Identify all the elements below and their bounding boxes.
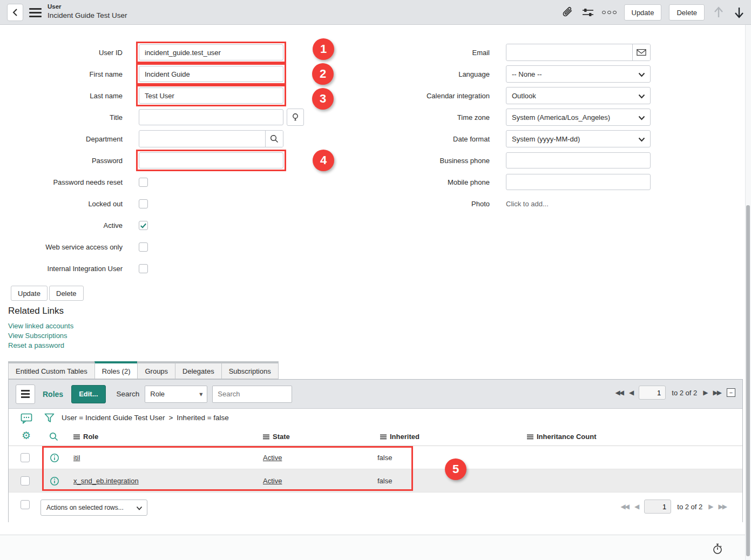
select-all-checkbox[interactable] — [21, 500, 30, 509]
state-link[interactable]: Active — [263, 454, 282, 462]
info-icon[interactable] — [50, 453, 59, 464]
form-update-button[interactable]: Update — [11, 286, 48, 301]
user-id-input[interactable] — [139, 44, 283, 60]
actions-on-selected-rows-select[interactable]: Actions on selected rows... — [40, 500, 147, 516]
password-needs-reset-row: Password needs reset — [0, 171, 364, 193]
column-label-inherited: Inherited — [390, 433, 420, 441]
previous-page-icon[interactable]: ◀ — [629, 389, 633, 396]
page-range-label: to 2 of 2 — [677, 503, 702, 511]
page-footer — [0, 535, 745, 560]
date-format-select[interactable]: System (yyyy-MM-dd) — [506, 130, 651, 147]
form-delete-button[interactable]: Delete — [49, 286, 84, 301]
collapse-list-icon[interactable]: − — [727, 388, 735, 397]
photo-label: Photo — [367, 200, 490, 208]
web-service-access-only-row: Web service access only — [0, 236, 364, 258]
page-number-input[interactable] — [639, 386, 666, 400]
suggestion-button[interactable] — [287, 109, 304, 126]
language-row: Language -- None -- — [367, 63, 732, 85]
last-name-input[interactable] — [139, 87, 283, 104]
password-needs-reset-checkbox[interactable] — [139, 178, 148, 187]
scrollbar-thumb[interactable] — [746, 205, 750, 556]
list-search-input[interactable] — [212, 386, 292, 403]
reset-a-password-link[interactable]: Reset a password — [8, 341, 73, 350]
list-paging-bottom: ◀◀ ◀ to 2 of 2 ▶ ▶▶ — [621, 500, 726, 514]
tab-roles[interactable]: Roles (2) — [94, 361, 138, 379]
web-service-access-only-checkbox[interactable] — [139, 242, 148, 252]
list-comments-icon[interactable] — [21, 413, 32, 424]
title-input[interactable] — [139, 109, 283, 125]
locked-out-checkbox[interactable] — [139, 199, 148, 208]
first-name-input[interactable] — [139, 66, 283, 82]
edit-roles-button[interactable]: Edit... — [71, 385, 105, 403]
tab-groups[interactable]: Groups — [137, 361, 175, 379]
header-update-button[interactable]: Update — [624, 4, 662, 21]
next-page-icon[interactable]: ▶ — [708, 503, 712, 510]
email-row: Email — [367, 42, 732, 63]
column-header-inherited[interactable]: Inherited — [380, 427, 420, 446]
actions-select-value: Actions on selected rows... — [46, 504, 124, 511]
locked-out-row: Locked out — [0, 193, 364, 214]
password-input[interactable] — [139, 152, 283, 168]
header-delete-button[interactable]: Delete — [669, 4, 705, 21]
send-email-button[interactable] — [632, 44, 650, 60]
search-field-select[interactable]: Role ▼ — [145, 386, 207, 403]
time-zone-select[interactable]: System (America/Los_Angeles) — [506, 109, 651, 126]
page-number-input[interactable] — [644, 500, 671, 514]
photo-add-link[interactable]: Click to add... — [506, 200, 549, 208]
column-header-role[interactable]: Role — [73, 427, 98, 446]
personalize-form-button[interactable] — [581, 6, 594, 18]
last-page-icon[interactable]: ▶▶ — [719, 503, 726, 510]
business-phone-input[interactable] — [506, 152, 651, 168]
tab-delegates[interactable]: Delegates — [175, 361, 222, 379]
row-select-checkbox[interactable] — [21, 453, 30, 462]
response-time-button[interactable] — [712, 543, 723, 556]
list-context-menu-button[interactable] — [16, 384, 35, 404]
view-linked-accounts-link[interactable]: View linked accounts — [8, 321, 73, 331]
calendar-integration-label: Calendar integration — [367, 92, 490, 100]
back-button[interactable] — [7, 4, 23, 21]
role-link[interactable]: x_snd_eb.integration — [73, 477, 139, 485]
column-menu-icon — [263, 434, 269, 440]
active-checkbox[interactable] — [139, 221, 148, 230]
filter-funnel-icon[interactable] — [44, 413, 55, 424]
form-header-bar: User Incident Guide Test User Update Del… — [0, 0, 751, 25]
row-select-checkbox[interactable] — [21, 476, 30, 485]
mobile-phone-row: Mobile phone — [367, 171, 732, 193]
calendar-integration-select[interactable]: Outlook — [506, 87, 651, 104]
column-header-inheritance-count[interactable]: Inheritance Count — [527, 427, 597, 446]
department-row: Department — [0, 128, 364, 150]
language-select[interactable]: -- None -- — [506, 65, 651, 83]
scroll-up-button[interactable] — [712, 5, 725, 19]
column-header-state[interactable]: State — [263, 427, 290, 446]
active-label: Active — [0, 221, 123, 230]
form-context-menu-icon[interactable] — [29, 8, 42, 17]
last-name-annotation-frame — [136, 85, 286, 106]
vertical-scrollbar[interactable] — [745, 25, 751, 560]
role-link[interactable]: itil — [73, 454, 80, 462]
gear-icon[interactable]: ⚙ — [22, 430, 31, 441]
tab-subscriptions[interactable]: Subscriptions — [221, 361, 279, 379]
previous-page-icon[interactable]: ◀ — [634, 503, 638, 510]
column-search-icon[interactable] — [49, 431, 59, 443]
info-icon[interactable] — [50, 476, 59, 488]
first-page-icon[interactable]: ◀◀ — [615, 389, 623, 396]
first-page-icon[interactable]: ◀◀ — [621, 503, 628, 510]
department-input[interactable] — [139, 131, 265, 147]
breadcrumb-filter-user[interactable]: User = Incident Guide Test User — [62, 414, 165, 422]
column-menu-icon — [73, 434, 80, 440]
scroll-down-button[interactable] — [733, 5, 746, 19]
breadcrumb-filter-inherited[interactable]: Inherited = false — [177, 414, 228, 422]
language-value: -- None -- — [512, 70, 542, 78]
attachment-button[interactable] — [561, 6, 574, 19]
mobile-phone-input[interactable] — [506, 174, 651, 190]
more-options-icon[interactable] — [602, 11, 617, 15]
internal-integration-user-checkbox[interactable] — [139, 264, 148, 273]
view-subscriptions-link[interactable]: View Subscriptions — [8, 331, 73, 341]
next-page-icon[interactable]: ▶ — [703, 389, 707, 396]
arrow-down-icon — [733, 5, 746, 19]
state-link[interactable]: Active — [263, 477, 282, 485]
last-page-icon[interactable]: ▶▶ — [713, 389, 721, 396]
department-lookup-button[interactable] — [265, 131, 283, 147]
email-input[interactable] — [506, 44, 632, 60]
tab-entitled-custom-tables[interactable]: Entitled Custom Tables — [8, 361, 95, 379]
